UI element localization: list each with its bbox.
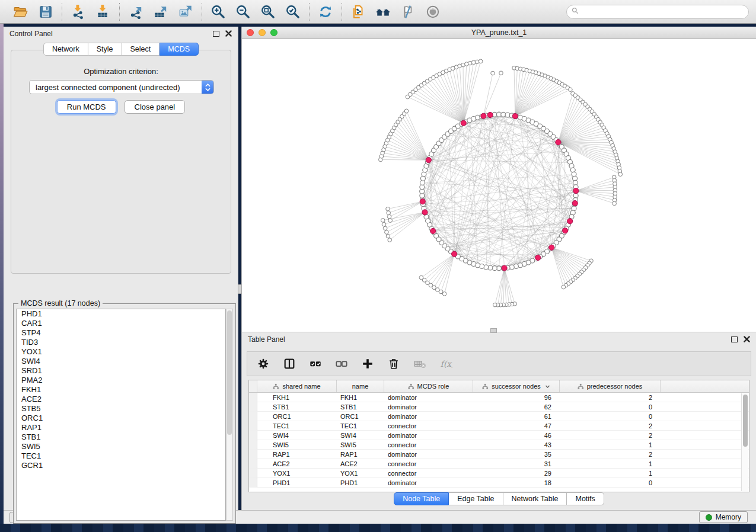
mcds-result-item[interactable]: TID3 — [17, 338, 225, 347]
mcds-result-item[interactable]: PMA2 — [17, 376, 225, 385]
table-cell-successor_nodes[interactable]: 47 — [473, 421, 560, 430]
mcds-result-item[interactable]: SWI4 — [17, 357, 225, 366]
mcds-result-scrollbar[interactable] — [226, 309, 233, 521]
mcds-result-item[interactable]: ORC1 — [17, 414, 225, 423]
vertical-splitter-handle[interactable] — [238, 284, 242, 294]
table-cell-successor_nodes[interactable]: 96 — [473, 393, 560, 402]
column-header-name[interactable]: name — [337, 380, 384, 392]
table-row[interactable]: SWI4SWI4dominator462 — [249, 431, 749, 440]
table-cell-predecessor_nodes[interactable]: 0 — [560, 478, 661, 487]
table-cell-predecessor_nodes[interactable]: 1 — [560, 469, 661, 477]
graph-leaf-node[interactable] — [386, 207, 390, 211]
table-row[interactable]: YOX1YOX1connector291 — [249, 469, 749, 478]
table-cell-predecessor_nodes[interactable]: 0 — [560, 412, 661, 421]
tab-network[interactable]: Network — [43, 43, 88, 56]
graph-leaf-node[interactable] — [383, 226, 387, 230]
split-columns-icon[interactable] — [283, 357, 296, 370]
column-header-successor-nodes[interactable]: successor nodes — [473, 380, 560, 392]
graph-hub-node[interactable] — [481, 113, 486, 118]
graph-leaf-node[interactable] — [479, 59, 483, 63]
graph-leaf-node[interactable] — [387, 211, 391, 215]
graph-leaf-node[interactable] — [381, 219, 385, 223]
mcds-result-item[interactable]: PHD1 — [17, 309, 225, 319]
graph-leaf-node[interactable] — [618, 172, 623, 177]
graph-hub-node[interactable] — [502, 265, 507, 271]
graph-leaf-node[interactable] — [385, 230, 389, 235]
graph-hub-node[interactable] — [572, 200, 578, 206]
graph-leaf-node[interactable] — [404, 109, 409, 113]
table-cell-predecessor_nodes[interactable]: 0 — [560, 402, 661, 411]
graph-hub-node[interactable] — [451, 251, 457, 257]
mcds-result-item[interactable]: CAR1 — [17, 319, 225, 328]
graph-hub-node[interactable] — [567, 219, 573, 224]
graph-leaf-node[interactable] — [442, 292, 446, 296]
graph-leaf-node[interactable] — [419, 275, 423, 280]
table-row[interactable]: ORC1ORC1dominator610 — [249, 412, 749, 421]
network-canvas[interactable] — [242, 39, 756, 331]
import-network-icon[interactable] — [69, 3, 87, 21]
graph-hub-node[interactable] — [422, 210, 428, 215]
table-cell-successor_nodes[interactable]: 62 — [473, 402, 560, 411]
mcds-result-item[interactable]: STB1 — [17, 432, 225, 442]
table-cell-successor_nodes[interactable]: 46 — [473, 431, 560, 440]
table-cell-name[interactable]: TEC1 — [337, 421, 384, 430]
graph-leaf-node[interactable] — [388, 219, 393, 223]
node-table[interactable]: shared namenameMCDS rolesuccessor nodesp… — [248, 380, 749, 492]
graph-leaf-node[interactable] — [387, 214, 391, 219]
graph-hub-node[interactable] — [426, 158, 431, 163]
table-row[interactable]: TEC1TEC1connector472 — [249, 421, 749, 431]
graph-hub-node[interactable] — [461, 120, 466, 126]
houses-icon[interactable] — [374, 3, 392, 21]
table-cell-predecessor_nodes[interactable]: 2 — [560, 450, 661, 459]
table-cell-shared_name[interactable]: YOX1 — [257, 469, 337, 477]
zoom-selected-icon[interactable] — [284, 3, 302, 21]
table-cell-mcds_role[interactable]: dominator — [384, 402, 473, 411]
table-row[interactable]: PHD1PHD1dominator180 — [249, 478, 749, 488]
table-cell-predecessor_nodes[interactable]: 1 — [560, 440, 661, 449]
table-cell-name[interactable]: YOX1 — [337, 469, 384, 477]
graph-leaf-node[interactable] — [382, 222, 386, 226]
table-cell-predecessor_nodes[interactable]: 1 — [560, 459, 661, 468]
export-table-icon[interactable] — [152, 3, 170, 21]
checks-off-icon[interactable] — [335, 357, 348, 370]
mcds-result-item[interactable]: RAP1 — [17, 423, 225, 432]
zoom-fit-icon[interactable] — [259, 3, 277, 21]
gear-icon[interactable] — [257, 357, 270, 370]
export-image-icon[interactable] — [177, 3, 194, 21]
import-table-icon[interactable] — [94, 3, 112, 21]
graph-leaf-node[interactable] — [388, 238, 392, 242]
table-cell-predecessor_nodes[interactable]: 2 — [560, 431, 661, 440]
graph-hub-node[interactable] — [563, 228, 568, 233]
table-cell-successor_nodes[interactable]: 61 — [473, 412, 560, 421]
table-row[interactable]: SWI5SWI5connector431 — [249, 440, 749, 450]
table-cell-shared_name[interactable]: SWI4 — [257, 431, 337, 440]
zoom-out-icon[interactable] — [234, 3, 252, 21]
graph-leaf-node[interactable] — [499, 71, 503, 75]
close-panel-button[interactable]: Close panel — [125, 100, 186, 114]
close-table-panel-icon[interactable] — [744, 334, 750, 345]
search-input[interactable] — [579, 6, 744, 18]
tab-motifs[interactable]: Motifs — [567, 492, 604, 505]
table-cell-mcds_role[interactable]: connector — [384, 440, 473, 449]
mcds-result-item[interactable]: ACE2 — [17, 395, 225, 404]
table-cell-name[interactable]: ACE2 — [337, 459, 384, 468]
graph-hub-node[interactable] — [535, 255, 541, 260]
mcds-result-item[interactable]: STP4 — [17, 328, 225, 338]
graph-hub-node[interactable] — [487, 112, 493, 117]
open-folder-icon[interactable] — [12, 3, 30, 21]
memory-button[interactable]: Memory — [699, 511, 748, 523]
plus-icon[interactable] — [361, 357, 374, 370]
graph-hub-node[interactable] — [420, 199, 425, 204]
table-cell-shared_name[interactable]: SWI5 — [257, 440, 337, 449]
table-cell-name[interactable]: STB1 — [337, 402, 384, 411]
mcds-result-item[interactable]: YOX1 — [17, 347, 225, 357]
table-cell-name[interactable]: SWI4 — [337, 431, 384, 440]
graph-hub-node[interactable] — [430, 228, 436, 233]
table-cell-successor_nodes[interactable]: 35 — [473, 450, 560, 459]
table-row[interactable]: FKH1FKH1dominator962 — [249, 393, 749, 402]
table-cell-name[interactable]: FKH1 — [337, 393, 384, 402]
save-icon[interactable] — [37, 3, 55, 21]
graph-leaf-node[interactable] — [491, 71, 495, 75]
checks-on-icon[interactable] — [309, 357, 322, 370]
table-cell-successor_nodes[interactable]: 43 — [473, 440, 560, 449]
